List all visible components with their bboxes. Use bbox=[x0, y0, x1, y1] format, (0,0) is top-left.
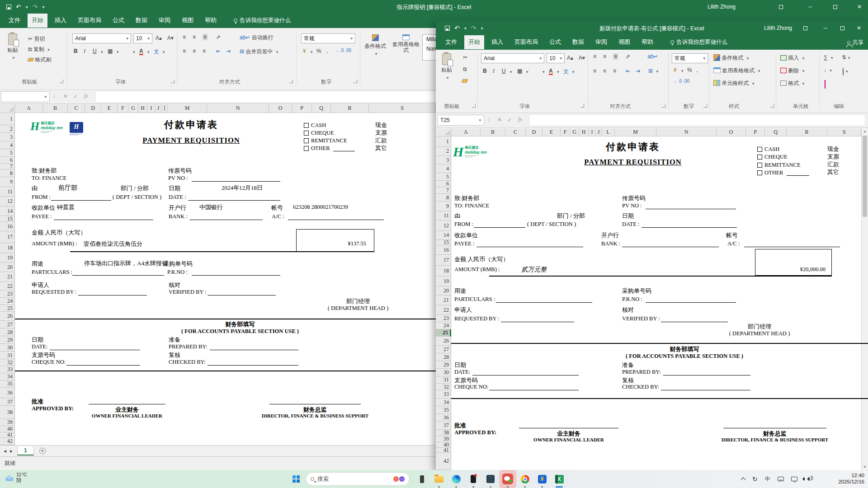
phone-taskbar-button[interactable] bbox=[465, 470, 482, 488]
row-header-30[interactable]: 30 bbox=[0, 344, 15, 352]
row-header-29[interactable]: 29 bbox=[0, 336, 15, 344]
close-button[interactable]: ✕ bbox=[852, 4, 867, 10]
row-header-21[interactable]: 21 bbox=[0, 272, 15, 282]
sheet-next-icon[interactable]: ▸ bbox=[10, 448, 13, 454]
ime-keyboard-icon[interactable] bbox=[778, 477, 784, 481]
volume-icon[interactable] bbox=[805, 477, 810, 481]
copy-button[interactable]: ⧉ 复制 ▾ bbox=[28, 46, 50, 53]
column-header-F[interactable]: F bbox=[118, 104, 128, 113]
enter-icon[interactable]: ✓ bbox=[73, 93, 78, 99]
column-header-][interactable]: ] bbox=[161, 104, 168, 113]
ribbon-tab-审阅[interactable]: 审阅 bbox=[155, 14, 175, 28]
align-middle-icon[interactable]: ≡ bbox=[193, 34, 196, 40]
row-header-22[interactable]: 22 bbox=[0, 282, 15, 291]
accounting-dropdown-icon[interactable]: ▾ bbox=[311, 50, 313, 54]
cast-icon[interactable] bbox=[791, 477, 797, 481]
row-header-12[interactable]: 12 bbox=[0, 197, 15, 206]
qat-customize-icon[interactable]: ▾ bbox=[42, 5, 45, 9]
row-header-9[interactable]: 9 bbox=[0, 177, 15, 187]
align-top-icon[interactable]: ≡ bbox=[183, 34, 186, 40]
column-header-B[interactable]: B bbox=[43, 104, 68, 113]
redo-icon[interactable]: ↷ bbox=[33, 3, 38, 10]
font-color-icon[interactable]: A bbox=[139, 48, 143, 54]
excel-taskbar-button[interactable]: X bbox=[551, 470, 568, 488]
row-header-37[interactable]: 37 bbox=[0, 398, 15, 406]
row-header-32[interactable]: 32 bbox=[0, 359, 15, 366]
row-header-17[interactable]: 17 bbox=[0, 231, 15, 243]
sheet-tab-1[interactable]: 1 bbox=[17, 446, 34, 455]
explorer-taskbar-button[interactable] bbox=[430, 470, 448, 488]
phonetic-dropdown-icon[interactable]: ▾ bbox=[163, 50, 165, 54]
column-header-O[interactable]: O bbox=[269, 104, 292, 113]
row-header-26[interactable]: 26 bbox=[0, 312, 15, 321]
ribbon-tab-页面布局[interactable]: 页面布局 bbox=[74, 14, 105, 28]
align-center-icon[interactable]: ≡ bbox=[193, 48, 196, 54]
shrink-font-icon[interactable]: A▾ bbox=[167, 35, 174, 41]
row-header-11[interactable]: 11 bbox=[0, 187, 15, 197]
comma-style-icon[interactable]: , bbox=[326, 48, 328, 54]
start-button[interactable] bbox=[290, 470, 302, 488]
minimize-button[interactable]: ─ bbox=[802, 4, 818, 10]
row-header-38[interactable]: 38 bbox=[0, 406, 15, 419]
row-header-20[interactable]: 20 bbox=[0, 263, 15, 272]
formula-input[interactable] bbox=[95, 91, 866, 103]
format-painter-button[interactable]: 格式刷 bbox=[28, 56, 51, 64]
ribbon-tab-视图[interactable]: 视图 bbox=[178, 14, 198, 28]
cell-style-gallery[interactable]: Millares [0]_I... Normal_Pay... bbox=[422, 34, 476, 61]
column-header-H[interactable]: H bbox=[138, 104, 147, 113]
name-box[interactable]: ▾ bbox=[1, 91, 50, 102]
row-header-3[interactable]: 3 bbox=[0, 133, 15, 141]
ime-language-indicator[interactable]: 中 bbox=[765, 475, 770, 483]
column-header-R[interactable]: R bbox=[331, 104, 369, 113]
column-header-N[interactable]: N bbox=[207, 104, 269, 113]
weather-widget[interactable]: 11°C阴 bbox=[5, 472, 27, 483]
align-left-icon[interactable]: ≡ bbox=[183, 48, 186, 54]
row-header-42[interactable]: 42 bbox=[0, 438, 15, 445]
row-header-19[interactable]: 19 bbox=[0, 253, 15, 263]
insert-function-icon[interactable]: fx bbox=[84, 93, 88, 99]
row-header-15[interactable]: 15 bbox=[0, 216, 15, 222]
ribbon-tab-帮助[interactable]: 帮助 bbox=[201, 14, 221, 28]
row-header-34[interactable]: 34 bbox=[0, 373, 15, 380]
clock[interactable]: 12:40 2025/12/16 bbox=[830, 470, 864, 488]
decrease-indent-icon[interactable]: ⇤ bbox=[216, 48, 221, 54]
borders-dropdown-icon[interactable]: ▾ bbox=[117, 50, 119, 54]
column-header-M[interactable]: M bbox=[168, 104, 207, 113]
new-sheet-icon[interactable]: + bbox=[39, 448, 46, 454]
row-header-6[interactable]: 6 bbox=[0, 157, 15, 164]
increase-indent-icon[interactable]: ⇥ bbox=[226, 48, 231, 54]
undo-dropdown-icon[interactable]: ▾ bbox=[26, 5, 28, 9]
row-header-39[interactable]: 39 bbox=[0, 419, 15, 426]
number-format-combo[interactable]: 常规▾ bbox=[301, 33, 355, 43]
italic-button[interactable]: I bbox=[84, 48, 85, 55]
column-header-D[interactable]: D bbox=[85, 104, 101, 113]
number-launcher-icon[interactable] bbox=[354, 80, 357, 83]
checkbox-cheque[interactable] bbox=[304, 131, 309, 136]
row-header-7[interactable]: 7 bbox=[0, 164, 15, 169]
restore-button[interactable] bbox=[827, 4, 843, 10]
column-header-S[interactable]: S bbox=[369, 104, 436, 113]
column-header-C[interactable]: C bbox=[68, 104, 85, 113]
column-header-J[interactable]: J bbox=[156, 104, 161, 113]
tray-expand-icon[interactable] bbox=[741, 477, 745, 482]
row-header-18[interactable]: 18 bbox=[0, 243, 15, 253]
percent-style-icon[interactable]: % bbox=[316, 48, 321, 54]
font-launcher-icon[interactable] bbox=[171, 80, 175, 83]
edge-taskbar-button[interactable] bbox=[448, 470, 465, 488]
alignment-launcher-icon[interactable] bbox=[289, 80, 293, 83]
row-header-33[interactable]: 33 bbox=[0, 366, 15, 373]
align-right-icon[interactable]: ≡ bbox=[203, 48, 206, 54]
select-all-corner[interactable] bbox=[0, 104, 15, 113]
ribbon-tab-文件[interactable]: 文件 bbox=[5, 14, 24, 28]
column-header-I[interactable]: I bbox=[147, 104, 156, 113]
sheet-prev-icon[interactable]: ◂ bbox=[4, 448, 6, 454]
checkbox-remittance[interactable] bbox=[304, 138, 309, 143]
finance-app-taskbar-button[interactable]: ¥ bbox=[533, 470, 551, 488]
cancel-icon[interactable]: ✕ bbox=[63, 93, 68, 99]
row-header-28[interactable]: 28 bbox=[0, 328, 15, 336]
font-size-combo[interactable]: 10▾ bbox=[133, 33, 152, 43]
column-header-Q[interactable]: Q bbox=[312, 104, 331, 113]
align-bottom-icon[interactable]: ≡ bbox=[203, 34, 208, 40]
increase-decimal-icon[interactable]: ←.0 .00 bbox=[335, 48, 351, 53]
row-header-27[interactable]: 27 bbox=[0, 321, 15, 328]
